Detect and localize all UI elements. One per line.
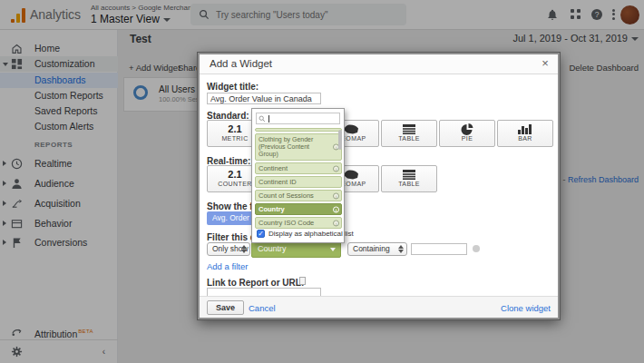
checkbox-label: Display as alphabetical list — [268, 230, 354, 238]
cancel-link[interactable]: Cancel — [249, 303, 276, 313]
dimension-option-list: Clothing by Gender (Previous Content Gro… — [255, 128, 342, 230]
add-filter-link[interactable]: Add a filter — [207, 261, 248, 271]
search-icon — [259, 115, 266, 123]
info-icon[interactable] — [333, 206, 339, 212]
list-item[interactable]: Continent ID — [255, 176, 342, 188]
chevron-down-icon — [330, 248, 336, 251]
filter-mode-select[interactable]: Only show — [207, 242, 250, 256]
dialog-titlebar: Add a Widget — [200, 54, 558, 74]
clone-widget-link[interactable]: Clone widget — [501, 303, 551, 313]
text-cursor — [268, 115, 269, 123]
clipboard-icon — [299, 277, 306, 285]
info-icon[interactable] — [333, 220, 339, 226]
widget-title-input[interactable] — [207, 93, 321, 104]
list-item[interactable]: Clothing by Gender (Previous Content Gro… — [255, 133, 342, 161]
save-button[interactable]: Save — [207, 300, 244, 315]
close-icon[interactable] — [539, 56, 551, 71]
widget-type-rt-table[interactable]: TABLE — [381, 165, 437, 192]
list-item-partial[interactable] — [255, 128, 342, 132]
table-icon — [382, 123, 436, 134]
select-arrows-icon — [397, 245, 404, 254]
bar-chart-icon — [498, 123, 552, 134]
dimension-dropdown: Clothing by Gender (Previous Content Gro… — [251, 108, 345, 243]
widget-type-pie[interactable]: PIE — [439, 120, 495, 147]
remove-filter-icon[interactable] — [473, 245, 480, 252]
list-item[interactable]: Country ISO Code — [255, 217, 342, 229]
pie-icon — [440, 123, 494, 134]
dialog-title: Add a Widget — [210, 58, 272, 69]
widget-type-bar[interactable]: BAR — [497, 120, 553, 147]
table-icon — [382, 169, 436, 180]
checkbox-checked[interactable] — [257, 230, 265, 238]
widget-title-label: Widget title: — [207, 82, 259, 92]
widget-type-table[interactable]: TABLE — [381, 120, 437, 147]
dimension-search-box[interactable] — [256, 113, 340, 124]
info-icon[interactable] — [333, 165, 339, 172]
list-item[interactable]: Continent — [255, 162, 342, 174]
dialog-footer: Save Cancel Clone widget — [200, 296, 558, 318]
list-item[interactable]: Count of Sessions — [255, 190, 342, 201]
select-arrows-icon — [240, 245, 247, 254]
analytics-app: Analytics All accounts > Google Merchand… — [0, 0, 644, 363]
filter-value-input[interactable] — [411, 243, 467, 255]
scrollbar-thumb[interactable] — [338, 130, 342, 150]
info-icon[interactable] — [333, 192, 339, 199]
link-report-label: Link to Report or URL: — [207, 278, 304, 288]
list-item-selected[interactable]: Country — [255, 203, 342, 215]
filter-operator-select[interactable]: Containing — [347, 242, 407, 256]
